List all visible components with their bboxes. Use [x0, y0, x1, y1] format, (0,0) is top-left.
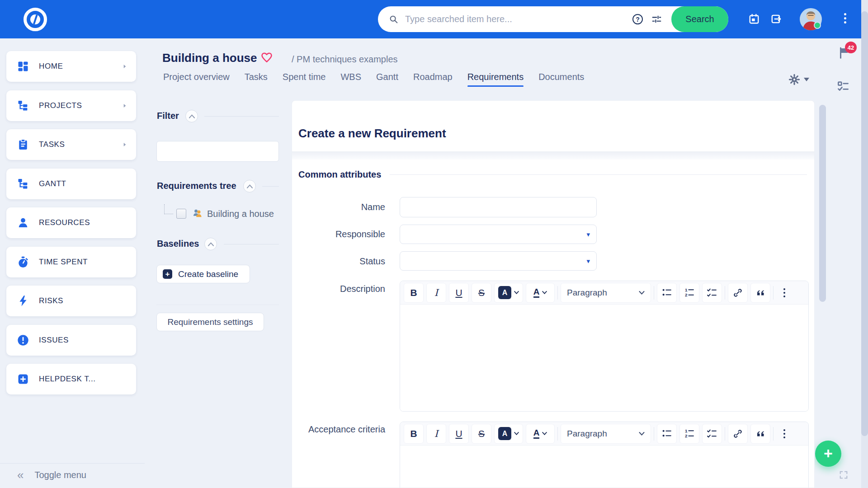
font-background-button[interactable]: A: [494, 283, 523, 303]
export-icon[interactable]: [770, 13, 782, 25]
calendar-icon[interactable]: [748, 13, 760, 25]
search-input[interactable]: [405, 14, 632, 24]
underline-button[interactable]: U: [449, 424, 469, 444]
paragraph-style-dropdown[interactable]: Paragraph: [561, 283, 651, 303]
tab-project-overview[interactable]: Project overview: [163, 72, 230, 82]
tab-documents[interactable]: Documents: [538, 72, 584, 82]
status-select[interactable]: ▾: [400, 251, 597, 271]
sidebar-item-time-spent[interactable]: TIME SPENT: [6, 247, 136, 277]
app-logo[interactable]: [24, 8, 47, 31]
blockquote-button[interactable]: [750, 283, 770, 303]
description-editor: B I U S A A Paragraph: [400, 281, 809, 412]
requirements-settings-button[interactable]: Requirements settings: [156, 313, 264, 331]
paragraph-style-dropdown[interactable]: Paragraph: [561, 424, 651, 444]
blockquote-button[interactable]: [750, 424, 770, 444]
topbar-kebab-menu-icon[interactable]: [843, 13, 847, 23]
sidebar-item-projects[interactable]: PROJECTS: [6, 90, 136, 121]
clipboard-icon: [17, 138, 29, 151]
toolbar-overflow-menu[interactable]: [776, 283, 793, 303]
toolbar-separator: [725, 427, 725, 441]
tab-tasks[interactable]: Tasks: [245, 72, 268, 82]
bulleted-list-button[interactable]: [657, 424, 677, 444]
tree-item-label[interactable]: Building a house: [207, 209, 274, 219]
font-color-button[interactable]: A: [526, 283, 555, 303]
toolbar-separator: [725, 286, 725, 300]
italic-button[interactable]: I: [426, 424, 446, 444]
description-editor-body[interactable]: [400, 305, 808, 411]
tab-requirements[interactable]: Requirements: [467, 72, 524, 82]
sidebar-item-issues[interactable]: ISSUES: [6, 325, 136, 356]
sidebar-item-home[interactable]: HOME: [6, 51, 136, 82]
toggle-menu-button[interactable]: « Toggle menu: [17, 469, 86, 481]
module-settings-button[interactable]: [788, 74, 809, 85]
tree-icon: [17, 178, 29, 190]
numbered-list-button[interactable]: 1 2: [679, 283, 699, 303]
filter-collapse-button[interactable]: [185, 110, 198, 122]
tree-item-checkbox[interactable]: [176, 209, 186, 219]
dashboard-icon: [17, 60, 29, 73]
font-color-button[interactable]: A: [526, 424, 555, 444]
sidebar-item-tasks[interactable]: TASKS: [6, 129, 136, 160]
form-heading: Create a new Requirement: [298, 127, 446, 141]
toolbar-overflow-menu[interactable]: [776, 424, 793, 444]
stopwatch-icon: [17, 256, 29, 268]
todo-list-button[interactable]: [702, 424, 722, 444]
filter-input[interactable]: [156, 141, 279, 162]
alert-circle-icon: [17, 334, 29, 347]
italic-button[interactable]: I: [426, 283, 446, 303]
strikethrough-button[interactable]: S: [472, 283, 491, 303]
baselines-title: Baselines: [157, 239, 199, 249]
sidebar-item-risks[interactable]: RISKS: [6, 286, 136, 316]
plus-icon: +: [824, 446, 833, 461]
svg-text:2: 2: [685, 433, 688, 438]
status-label: Status: [292, 256, 385, 267]
gear-icon: [788, 74, 800, 85]
search-filter-icon[interactable]: [651, 14, 662, 25]
tab-roadmap[interactable]: Roadmap: [413, 72, 453, 82]
fullscreen-expand-icon[interactable]: [839, 470, 849, 480]
responsible-select[interactable]: ▾: [400, 225, 597, 244]
tab-spent-time[interactable]: Spent time: [283, 72, 326, 82]
tree-collapse-button[interactable]: [243, 180, 256, 192]
toolbar-separator: [654, 427, 654, 441]
create-baseline-button[interactable]: + Create baseline: [156, 265, 250, 283]
topbar: ? Search: [0, 0, 868, 38]
link-button[interactable]: [728, 424, 748, 444]
bulleted-list-button[interactable]: [657, 283, 677, 303]
acceptance-editor: B I U S A A Paragraph: [400, 422, 809, 488]
todo-list-button[interactable]: [702, 283, 722, 303]
sidebar-item-gantt[interactable]: GANTT: [6, 169, 136, 199]
tree-branch-connector: [164, 204, 173, 214]
breadcrumb[interactable]: / PM techniques examples: [292, 54, 398, 65]
tab-gantt[interactable]: Gantt: [376, 72, 398, 82]
sidebar-item-label: TIME SPENT: [39, 258, 88, 267]
bold-button[interactable]: B: [404, 424, 424, 444]
underline-button[interactable]: U: [449, 283, 469, 303]
favorite-heart-icon[interactable]: [260, 51, 273, 64]
tree-divider: [262, 186, 279, 187]
checklist-panel-icon[interactable]: [836, 80, 850, 93]
sidebar-item-helpdesk[interactable]: HELPDESK T...: [6, 364, 136, 394]
sidebar-item-label: RISKS: [39, 296, 63, 305]
baselines-collapse-button[interactable]: [204, 238, 217, 250]
acceptance-toolbar: B I U S A A Paragraph: [400, 422, 808, 446]
panel-scrollbar-thumb[interactable]: [819, 105, 826, 302]
acceptance-editor-body[interactable]: [400, 446, 808, 488]
create-new-fab[interactable]: +: [815, 441, 841, 467]
baselines-divider: [224, 244, 279, 244]
tab-wbs[interactable]: WBS: [340, 72, 361, 82]
font-background-button[interactable]: A: [494, 424, 523, 444]
search-button[interactable]: Search: [671, 6, 728, 32]
search-help-icon[interactable]: ?: [632, 14, 643, 24]
sidebar-item-label: TASKS: [39, 140, 65, 149]
link-button[interactable]: [728, 283, 748, 303]
sidebar-item-label: PROJECTS: [39, 101, 82, 110]
bold-button[interactable]: B: [404, 283, 424, 303]
name-input[interactable]: [400, 197, 597, 217]
numbered-list-button[interactable]: 1 2: [679, 424, 699, 444]
sidebar-item-resources[interactable]: RESOURCES: [6, 207, 136, 238]
strikethrough-button[interactable]: S: [472, 424, 491, 444]
font-color-icon: A: [533, 287, 540, 298]
page-scrollbar-thumb[interactable]: [861, 11, 868, 436]
page-title: Building a house: [162, 51, 257, 65]
